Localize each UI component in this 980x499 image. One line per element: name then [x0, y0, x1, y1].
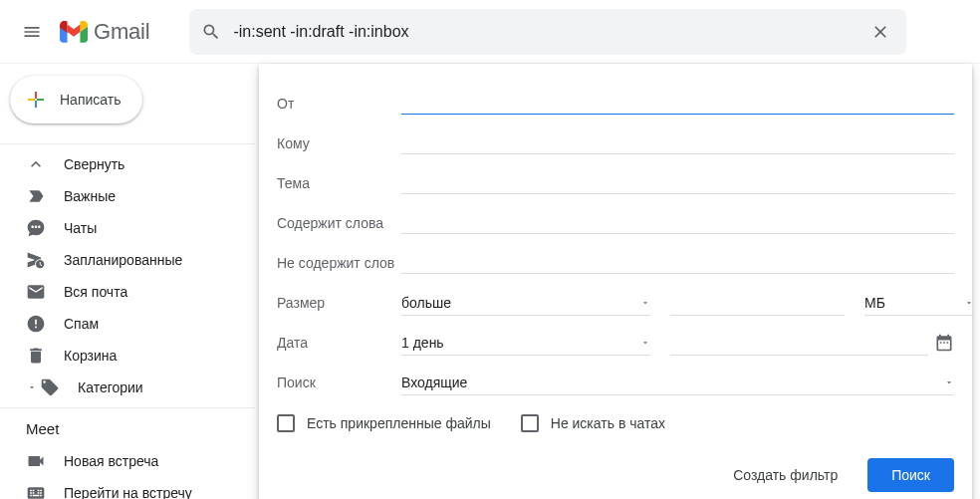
sidebar-item-collapse[interactable]: Свернуть — [0, 148, 255, 180]
meet-join-meeting[interactable]: Перейти на встречу — [0, 477, 255, 499]
chevron-down-icon — [964, 298, 974, 308]
checkbox-label: Есть прикрепленные файлы — [307, 415, 491, 431]
subject-label: Тема — [277, 175, 401, 191]
sidebar-item-categories[interactable]: Категории — [0, 372, 255, 403]
checkbox-icon — [277, 414, 295, 432]
sidebar-item-label: Чаты — [64, 220, 97, 236]
meet-item-label: Перейти на встречу — [64, 485, 192, 499]
exclude-chats-checkbox[interactable]: Не искать в чатах — [521, 414, 665, 432]
size-operator-value: больше — [401, 295, 451, 311]
to-input[interactable] — [401, 133, 954, 154]
sidebar-item-label: Запланированные — [64, 252, 182, 268]
date-within-select[interactable]: 1 день — [401, 331, 650, 356]
main-menu-button[interactable] — [8, 8, 56, 56]
advanced-search-panel: От Кому Тема Содержит слова Не содержит … — [259, 64, 972, 499]
date-label: Дата — [277, 335, 401, 351]
search-icon — [201, 22, 221, 42]
gmail-logo-text: Gmail — [94, 19, 149, 45]
chevron-down-icon — [640, 298, 650, 308]
sidebar-item-important[interactable]: Важные — [0, 180, 255, 212]
all-mail-icon — [26, 282, 46, 302]
search-input[interactable] — [233, 23, 860, 41]
search-in-label: Поиск — [277, 374, 401, 390]
checkbox-label: Не искать в чатах — [551, 415, 665, 431]
sidebar-item-spam[interactable]: Спам — [0, 308, 255, 340]
size-value-input[interactable] — [670, 291, 845, 316]
search-button[interactable]: Поиск — [867, 458, 954, 492]
search-in-select[interactable]: Входящие — [401, 371, 954, 395]
sidebar: Написать Свернуть Важные Чаты Запланиров… — [0, 64, 255, 499]
size-unit-value: МБ — [864, 295, 885, 311]
caret-down-icon — [22, 377, 42, 397]
not-words-input[interactable] — [401, 253, 954, 274]
plus-icon — [24, 88, 48, 112]
checkbox-icon — [521, 414, 539, 432]
sidebar-item-label: Вся почта — [64, 284, 127, 300]
calendar-icon[interactable] — [934, 333, 954, 353]
divider — [0, 407, 255, 408]
gmail-logo-icon — [60, 21, 88, 43]
hamburger-icon — [22, 22, 42, 42]
sidebar-item-label: Корзина — [64, 348, 117, 364]
sidebar-item-chats[interactable]: Чаты — [0, 212, 255, 244]
date-within-value: 1 день — [401, 335, 444, 351]
meet-section-header: Meet — [0, 412, 255, 445]
schedule-send-icon — [26, 250, 46, 270]
size-unit-select[interactable]: МБ — [864, 291, 974, 316]
close-icon — [870, 22, 890, 42]
meet-new-meeting[interactable]: Новая встреча — [0, 445, 255, 477]
compose-button[interactable]: Написать — [10, 76, 142, 124]
category-icon — [40, 377, 60, 397]
size-label: Размер — [277, 295, 401, 311]
spam-icon — [26, 314, 46, 334]
has-words-label: Содержит слова — [277, 215, 401, 231]
size-operator-select[interactable]: больше — [401, 291, 650, 316]
videocam-icon — [26, 451, 46, 471]
meet-item-label: Новая встреча — [64, 453, 158, 469]
from-label: От — [277, 96, 401, 112]
clear-search-button[interactable] — [860, 12, 900, 52]
divider — [0, 143, 255, 144]
has-attachment-checkbox[interactable]: Есть прикрепленные файлы — [277, 414, 491, 432]
chevron-down-icon — [640, 338, 650, 348]
compose-label: Написать — [60, 92, 121, 108]
subject-input[interactable] — [401, 173, 954, 194]
sidebar-item-trash[interactable]: Корзина — [0, 340, 255, 372]
search-bar[interactable] — [189, 9, 906, 55]
sidebar-item-label: Важные — [64, 188, 116, 204]
sidebar-item-scheduled[interactable]: Запланированные — [0, 244, 255, 276]
create-filter-button[interactable]: Создать фильтр — [719, 459, 852, 491]
sidebar-item-allmail[interactable]: Вся почта — [0, 276, 255, 308]
label-important-icon — [26, 186, 46, 206]
sidebar-item-label: Категории — [78, 379, 143, 395]
expand-less-icon — [26, 154, 46, 174]
to-label: Кому — [277, 135, 401, 151]
gmail-logo[interactable]: Gmail — [60, 19, 149, 45]
sidebar-item-label: Спам — [64, 316, 99, 332]
chat-icon — [26, 218, 46, 238]
search-in-value: Входящие — [401, 374, 467, 390]
sidebar-item-label: Свернуть — [64, 156, 124, 172]
chevron-down-icon — [944, 377, 954, 387]
has-words-input[interactable] — [401, 213, 954, 234]
date-input[interactable] — [670, 331, 928, 356]
from-input[interactable] — [401, 94, 954, 115]
trash-icon — [26, 346, 46, 366]
keyboard-icon — [26, 483, 46, 499]
not-words-label: Не содержит слов — [277, 255, 401, 271]
